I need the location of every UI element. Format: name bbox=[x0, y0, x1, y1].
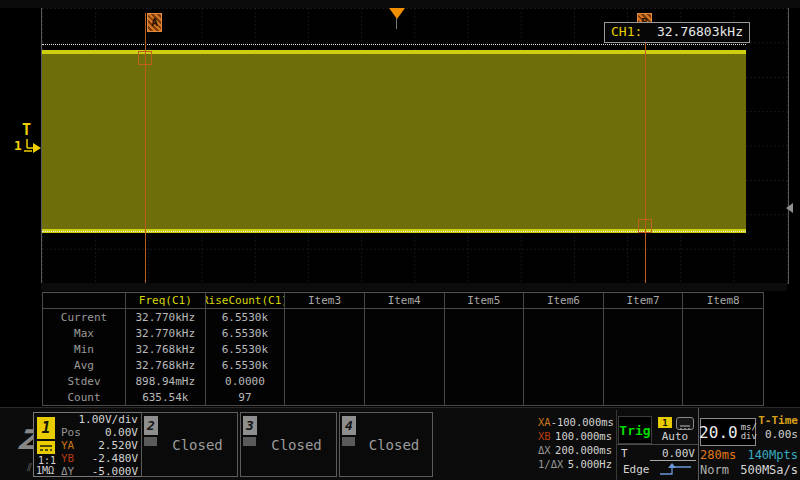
timebase-box[interactable]: 20.0 ms/div bbox=[700, 418, 756, 446]
channel2-panel[interactable]: 2 Closed bbox=[141, 412, 238, 477]
logo-hatch-icon: ⫽ bbox=[27, 461, 32, 474]
cell: 97 bbox=[206, 389, 286, 405]
trigger-coupling-dc-icon[interactable] bbox=[676, 417, 694, 430]
ch1-yb-value: -2.480V bbox=[92, 452, 138, 465]
ch1-ground-marker[interactable]: 1 bbox=[14, 138, 43, 153]
cell bbox=[604, 357, 684, 373]
cell: 32.770kHz bbox=[126, 325, 206, 341]
header-cell-item3[interactable]: Item3 bbox=[285, 293, 365, 308]
cell bbox=[524, 341, 604, 357]
row-label: Avg bbox=[43, 357, 126, 373]
cell: 6.5530k bbox=[206, 357, 286, 373]
row-label: Count bbox=[43, 389, 126, 405]
table-row-min: Min 32.768kHz 6.5530k bbox=[43, 341, 763, 357]
cell: 6.5530k bbox=[206, 341, 286, 357]
cell bbox=[365, 357, 445, 373]
cursor-xa-row: XA -100.000ms bbox=[538, 415, 612, 429]
row-label: Stdev bbox=[43, 373, 126, 389]
ch1-scale: 1.00V/div bbox=[78, 413, 138, 426]
cursor-a-tag[interactable]: A bbox=[147, 13, 162, 32]
cell bbox=[683, 325, 763, 341]
trigger-level-label: T bbox=[621, 447, 628, 460]
ch1-readout-value: 32.76803kHz bbox=[657, 25, 743, 39]
trigger-level-marker[interactable]: T bbox=[22, 122, 31, 139]
channel4-panel[interactable]: 4 Closed bbox=[339, 412, 433, 477]
ch1-frequency-readout: CH1: 32.76803kHz bbox=[604, 22, 750, 43]
trig-button[interactable]: Trig bbox=[618, 416, 652, 444]
timebase-scale: 20.0 bbox=[699, 423, 738, 442]
cell bbox=[285, 357, 365, 373]
ch1-readout-label: CH1: bbox=[611, 25, 642, 39]
cell bbox=[365, 325, 445, 341]
header-cell-item8[interactable]: Item8 bbox=[683, 293, 763, 308]
rising-edge-icon bbox=[658, 463, 694, 476]
invdx-label: 1/ΔX bbox=[538, 458, 563, 470]
cell bbox=[445, 325, 525, 341]
cursor-xb-row: XB 100.000ms bbox=[538, 429, 612, 443]
channel1-badge[interactable]: 1 bbox=[37, 417, 55, 439]
cell bbox=[524, 357, 604, 373]
cell bbox=[683, 309, 763, 325]
cell bbox=[285, 341, 365, 357]
xb-label: XB bbox=[538, 430, 551, 442]
channel4-badge[interactable]: 4 bbox=[342, 416, 356, 435]
ch1-waveform-band bbox=[42, 51, 746, 233]
invdx-value: 5.000Hz bbox=[568, 458, 612, 470]
header-cell-risecount[interactable]: RiseCount(C1) bbox=[206, 293, 286, 308]
right-edge-level-marker-icon[interactable] bbox=[786, 203, 793, 213]
cell bbox=[524, 389, 604, 405]
header-cell-item4[interactable]: Item4 bbox=[365, 293, 445, 308]
channel4-coupling-icon bbox=[342, 437, 355, 446]
separator-strip bbox=[41, 283, 787, 291]
cell bbox=[445, 373, 525, 389]
divider bbox=[616, 410, 617, 480]
ttime-label: T-Time bbox=[754, 414, 798, 427]
header-cell-freq[interactable]: Freq(C1) bbox=[126, 293, 206, 308]
cursor-readout-block[interactable]: XA -100.000ms XB 100.000ms ΔX 200.000ms … bbox=[538, 415, 612, 471]
row-label: Min bbox=[43, 341, 126, 357]
channel1-panel[interactable]: 1 1.00V/div Pos 0.00V YA 2.520V YB -2.48… bbox=[33, 412, 142, 477]
trigger-level-value[interactable]: 0.00V bbox=[648, 447, 695, 460]
channel2-coupling-icon bbox=[144, 437, 157, 446]
header-cell-item7[interactable]: Item7 bbox=[604, 293, 684, 308]
cell bbox=[524, 373, 604, 389]
cursor-a-waveform-marker bbox=[138, 51, 152, 65]
ch1-dc-coupling-icon[interactable] bbox=[37, 441, 55, 454]
channel3-panel[interactable]: 3 Closed bbox=[240, 412, 337, 477]
ch1-yb-label: YB bbox=[61, 452, 74, 465]
channel3-status: Closed bbox=[257, 437, 336, 453]
channel2-status: Closed bbox=[158, 437, 237, 453]
sample-rate: 500MSa/s bbox=[740, 463, 798, 477]
header-cell-item6[interactable]: Item6 bbox=[524, 293, 604, 308]
cell bbox=[365, 341, 445, 357]
channel3-badge[interactable]: 3 bbox=[243, 416, 257, 435]
divider bbox=[617, 444, 698, 445]
table-row-current: Current 32.770kHz 6.5530k bbox=[43, 309, 763, 325]
cell bbox=[445, 389, 525, 405]
cell: 898.94mHz bbox=[126, 373, 206, 389]
trigger-position-stem bbox=[396, 18, 397, 29]
right-arrow-icon bbox=[23, 138, 43, 153]
trigger-type[interactable]: Edge bbox=[623, 463, 650, 476]
channel4-status: Closed bbox=[356, 437, 432, 453]
cell: 32.770kHz bbox=[126, 309, 206, 325]
top-edge-strip bbox=[0, 0, 800, 8]
cell bbox=[445, 341, 525, 357]
dx-value: 200.000ms bbox=[555, 444, 612, 456]
cell bbox=[285, 389, 365, 405]
cell bbox=[445, 309, 525, 325]
cursor-xb-line[interactable] bbox=[645, 13, 646, 283]
cursor-invdx-row: 1/ΔX 5.000Hz bbox=[538, 457, 612, 471]
cursor-ya-line[interactable] bbox=[42, 44, 746, 45]
channel2-badge[interactable]: 2 bbox=[144, 416, 158, 435]
row-label: Current bbox=[43, 309, 126, 325]
ch1-dy-value: -5.000V bbox=[92, 465, 138, 478]
header-cell-item5[interactable]: Item5 bbox=[445, 293, 525, 308]
acq-mode[interactable]: Norm bbox=[700, 463, 729, 477]
cell bbox=[285, 325, 365, 341]
trigger-source-badge[interactable]: 1 bbox=[658, 417, 672, 428]
cell bbox=[285, 373, 365, 389]
trigger-position-marker-icon[interactable] bbox=[389, 8, 405, 19]
trigger-mode[interactable]: Auto bbox=[656, 430, 694, 443]
header-cell-blank bbox=[43, 293, 126, 308]
